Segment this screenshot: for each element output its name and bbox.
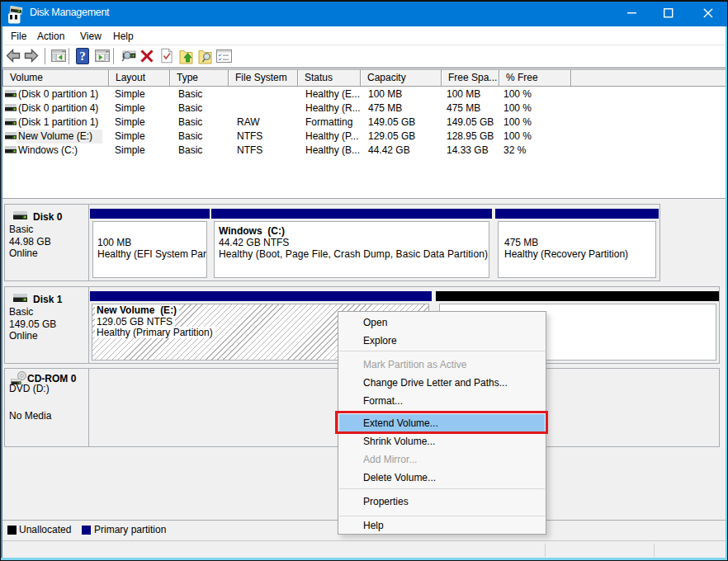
svg-text:?: ? xyxy=(79,50,86,63)
